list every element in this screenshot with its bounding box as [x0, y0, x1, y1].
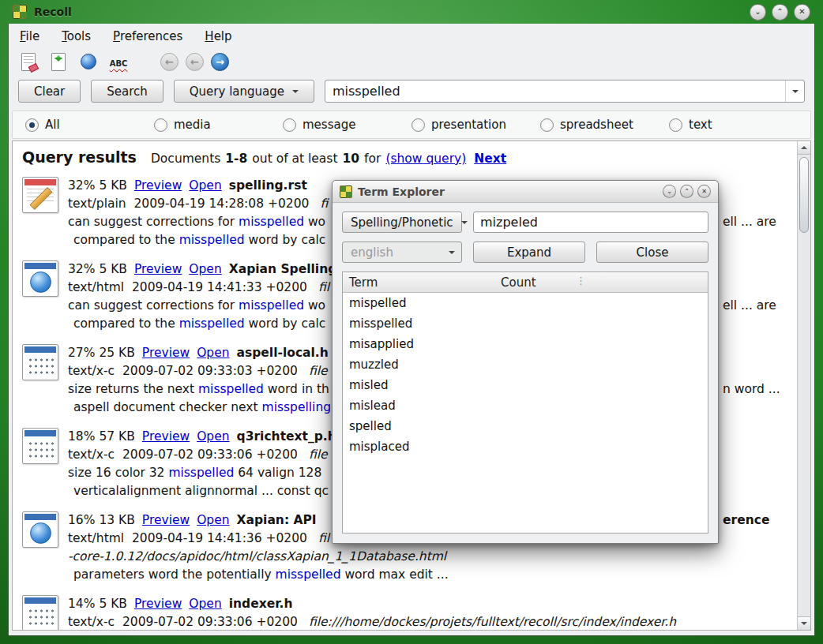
icon-header-strip [24, 263, 56, 269]
term-row[interactable]: mislead [343, 395, 708, 416]
snippet-text: word by calc [245, 316, 326, 331]
radio-media[interactable] [154, 118, 167, 132]
globe-icon [30, 522, 51, 544]
scrollbar-thumb[interactable] [799, 157, 809, 233]
term-input[interactable]: mizpeled [473, 212, 708, 233]
result-url: file [309, 364, 328, 378]
expansion-mode-dropdown[interactable]: Spelling/Phonetic [342, 212, 462, 233]
result-filename: indexer.h [229, 597, 293, 611]
term-explorer-body: Spelling/Phonetic mizpeled english Expan… [333, 203, 718, 543]
search-button[interactable]: Search [91, 80, 163, 103]
close-button[interactable]: ✕ [794, 4, 810, 21]
language-dropdown: english [342, 242, 462, 263]
clear-search-icon[interactable] [18, 51, 39, 72]
page-prev-button[interactable]: ← [186, 53, 204, 71]
open-link[interactable]: Open [189, 178, 221, 193]
snippet-text: word in th [264, 382, 329, 396]
scroll-down-icon[interactable] [798, 616, 810, 630]
highlighted-term: misspelled [168, 466, 234, 480]
term-row[interactable]: mispelled [343, 293, 708, 313]
term-explorer-icon[interactable]: ABC [108, 51, 129, 72]
snippet-text: word max edit ... [341, 567, 449, 582]
filter-text[interactable]: text [669, 118, 798, 132]
snippet-text: -core-1.0.12/docs/apidoc/html/classXapia… [68, 549, 446, 564]
icon-header-strip [24, 514, 56, 520]
term-row[interactable]: misled [343, 375, 708, 395]
term-row[interactable]: misspelled [343, 313, 708, 334]
mimetype-and-date: text/plain 2009-04-19 14:28:08 +0200 [68, 197, 309, 211]
preview-link[interactable]: Preview [134, 262, 182, 276]
filter-label: text [689, 118, 712, 132]
snippet-text: 64 valign 128 [234, 466, 321, 480]
punchcard-dots-glyph [28, 357, 54, 376]
header-handle-icon[interactable] [576, 275, 586, 286]
menu-tools[interactable]: Tools [62, 29, 91, 43]
radio-spreadsheet[interactable] [540, 118, 554, 132]
open-link[interactable]: Open [189, 262, 221, 276]
window-title: Recoll [34, 6, 72, 18]
term-row[interactable]: spelled [343, 416, 708, 436]
term-row[interactable]: misapplied [343, 334, 708, 354]
show-query-link[interactable]: (show query) [385, 152, 466, 166]
filter-all[interactable]: All [25, 118, 154, 132]
count-column-header[interactable]: Count [501, 275, 708, 290]
next-page-link[interactable]: Next [474, 152, 506, 166]
restore-button[interactable]: ⌃ [772, 4, 788, 21]
result-url: fil [318, 531, 329, 545]
scroll-up-icon[interactable] [798, 141, 810, 155]
expand-button[interactable]: Expand [473, 242, 585, 263]
save-query-icon[interactable] [48, 51, 69, 72]
filter-spreadsheet[interactable]: spreadsheet [540, 118, 669, 132]
open-link[interactable]: Open [189, 597, 221, 611]
open-link[interactable]: Open [197, 429, 229, 444]
radio-all[interactable] [25, 118, 39, 132]
results-heading: Query results [22, 148, 137, 166]
result-filename: Xapian Spelling [229, 262, 337, 276]
shade-button[interactable]: ⌄ [663, 185, 676, 198]
shade-button[interactable]: ⌄ [750, 4, 766, 21]
toolbar: ABC ←←→ [9, 46, 814, 78]
filter-presentation[interactable]: presentation [412, 118, 540, 132]
filter-media[interactable]: media [154, 118, 283, 132]
page-next-button[interactable]: → [211, 53, 229, 71]
menu-help[interactable]: Help [205, 29, 231, 43]
close-button[interactable]: Close [596, 242, 708, 263]
page-first-button[interactable]: ← [160, 53, 179, 71]
preview-link[interactable]: Preview [134, 178, 182, 193]
abc-spellcheck-glyph: ABC [110, 59, 128, 72]
window-titlebar[interactable]: Recoll ⌄⌃✕ [0, 0, 823, 24]
term-row[interactable]: muzzled [343, 354, 708, 375]
snippet-tail: ell ... are [723, 213, 776, 231]
filter-message[interactable]: message [283, 118, 412, 132]
results-scrollbar[interactable] [797, 141, 810, 630]
search-history-dropdown-icon[interactable] [785, 80, 804, 102]
result-url: file [309, 447, 328, 462]
clear-button[interactable]: Clear [18, 80, 81, 103]
term-row[interactable]: misplaced [343, 436, 708, 457]
mimetype-and-date: text/x-c 2009-07-02 09:33:06 +0200 [68, 447, 298, 462]
restore-button[interactable]: ⌃ [680, 185, 693, 198]
preview-link[interactable]: Preview [142, 513, 190, 527]
radio-message[interactable] [283, 118, 296, 132]
query-language-dropdown[interactable]: Query language [174, 80, 314, 103]
radio-text[interactable] [669, 118, 682, 132]
term-column-header[interactable]: Term [343, 275, 501, 290]
radio-presentation[interactable] [412, 118, 425, 132]
term-explorer-titlebar[interactable]: Term Explorer ⌄⌃✕ [333, 181, 718, 203]
result-title-tail: erence [723, 511, 769, 530]
source-file-icon [22, 595, 58, 630]
html-file-icon [22, 260, 58, 297]
history-icon[interactable] [78, 51, 99, 72]
close-button[interactable]: ✕ [697, 185, 711, 198]
highlighted-term: misspelled [276, 567, 341, 582]
preview-link[interactable]: Preview [142, 429, 190, 444]
filter-label: All [45, 118, 60, 132]
search-input[interactable]: misspelled [325, 80, 805, 103]
open-link[interactable]: Open [197, 513, 229, 527]
preview-link[interactable]: Preview [142, 346, 190, 360]
snippet-text: word by calc [245, 233, 326, 247]
open-link[interactable]: Open [197, 346, 229, 360]
menu-file[interactable]: File [20, 29, 39, 43]
preview-link[interactable]: Preview [134, 597, 182, 611]
menu-preferences[interactable]: Preferences [113, 29, 182, 43]
